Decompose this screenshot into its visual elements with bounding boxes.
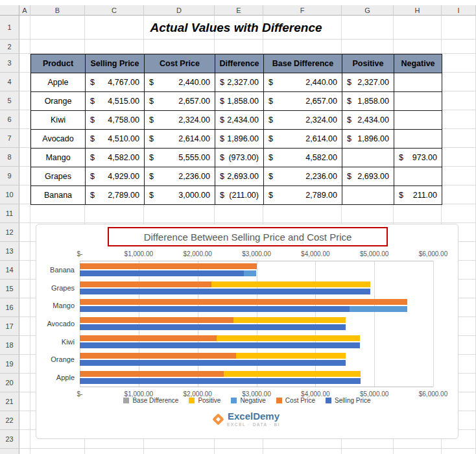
row-header-22[interactable]: 22 [0,411,19,430]
row-header-12[interactable]: 12 [0,223,19,242]
legend-label: Base Difference [132,397,178,404]
row-header-20[interactable]: 20 [0,374,19,392]
row-header-23[interactable]: 23 [0,430,19,449]
table-header-difference[interactable]: Difference [215,54,264,73]
row-header-16[interactable]: 16 [0,298,19,317]
cell[interactable]: $4,582.00 [264,149,342,167]
row-header-17[interactable]: 17 [0,317,19,336]
row-header-21[interactable]: 21 [0,392,19,411]
table-header-negative[interactable]: Negative [394,54,442,73]
legend-item-negative[interactable]: Negative [231,397,265,404]
row-header-10[interactable]: 10 [0,185,19,204]
cell[interactable]: $2,614.00 [145,130,215,149]
table-header-cost-price[interactable]: Cost Price [145,54,215,73]
row-header-4[interactable]: 4 [0,73,19,91]
row-header-3[interactable]: 3 [0,54,19,73]
table-header-positive[interactable]: Positive [342,54,394,73]
cell[interactable]: $2,693.00 [342,167,394,186]
cell[interactable]: Apple [31,73,86,92]
cell[interactable]: $1,896.00 [342,130,394,149]
chart-title[interactable]: Difference Between Selling Price and Cos… [144,232,352,243]
cell[interactable]: $973.00 [394,149,442,167]
cell[interactable]: Banana [31,186,86,205]
row-header-1[interactable]: 1 [0,16,19,40]
column-header-I[interactable]: I [442,5,476,16]
cell[interactable]: $(973.00) [215,149,264,167]
cell[interactable]: $2,324.00 [264,111,342,130]
select-all-corner[interactable] [0,5,19,16]
cell[interactable]: $1,896.00 [215,130,264,149]
cell[interactable] [394,111,442,130]
cell[interactable] [342,149,394,167]
row-header-18[interactable]: 18 [0,336,19,355]
cell[interactable]: $2,657.00 [264,92,342,111]
cell[interactable]: Avocado [31,130,86,149]
row-header-5[interactable]: 5 [0,91,19,110]
chart-gridline [139,261,139,387]
cell[interactable]: $4,758.00 [86,111,145,130]
cell[interactable]: $1,858.00 [215,92,264,111]
cell[interactable]: $2,236.00 [145,167,215,186]
cell[interactable]: $2,789.00 [86,186,145,205]
cell[interactable]: $2,236.00 [264,167,342,186]
cell[interactable]: $4,929.00 [86,167,145,186]
cell[interactable]: $2,657.00 [145,92,215,111]
cell[interactable]: $2,324.00 [145,111,215,130]
row-header-8[interactable]: 8 [0,148,19,167]
cell[interactable]: $2,434.00 [215,111,264,130]
chart-legend: Base DifferencePositiveNegativeCost Pric… [36,397,458,404]
cell[interactable]: $4,515.00 [86,92,145,111]
cell[interactable]: Grapes [31,167,86,186]
cell[interactable]: $2,434.00 [342,111,394,130]
cell[interactable] [394,92,442,111]
cell[interactable]: $2,614.00 [264,130,342,149]
cell[interactable]: $2,789.00 [264,186,342,205]
chart-title-selection-border[interactable]: Difference Between Selling Price and Cos… [108,227,388,246]
cell[interactable]: Mango [31,149,86,167]
cell[interactable]: $211.00 [394,186,442,205]
cell[interactable]: $1,858.00 [342,92,394,111]
row-header-14[interactable]: 14 [0,261,19,280]
row-header-6[interactable]: 6 [0,110,19,129]
sheet-title[interactable]: Actual Values with Difference [30,14,442,39]
cell[interactable]: $2,440.00 [264,73,342,92]
cell[interactable]: Kiwi [31,111,86,130]
cell[interactable]: Orange [31,92,86,111]
category-label: Mango [53,302,75,309]
chart-gridline [257,261,257,387]
row-header-15[interactable]: 15 [0,280,19,298]
axis-tick-label-top: $4,000.00 [301,250,330,257]
table-header-product[interactable]: Product [31,54,86,73]
cell[interactable] [394,130,442,149]
cell[interactable]: $(211.00) [215,186,264,205]
cell[interactable]: $4,582.00 [86,149,145,167]
cell[interactable] [342,186,394,205]
row-header-11[interactable]: 11 [0,204,19,223]
gridline [19,39,476,40]
cell[interactable]: $5,555.00 [145,149,215,167]
cell[interactable] [394,167,442,186]
cell[interactable]: $4,767.00 [86,73,145,92]
column-header-A[interactable]: A [19,5,30,16]
legend-item-cost-price[interactable]: Cost Price [276,397,315,404]
cell[interactable] [394,73,442,92]
row-header-24[interactable]: 24 [0,449,19,454]
row-header-19[interactable]: 19 [0,355,19,374]
chart[interactable]: Difference Between Selling Price and Cos… [36,224,458,439]
legend-item-positive[interactable]: Positive [189,397,220,404]
row-header-7[interactable]: 7 [0,129,19,148]
cell[interactable]: $2,327.00 [342,73,394,92]
table-header-base-difference[interactable]: Base Difference [264,54,342,73]
axis-tick-label-top: $5,000.00 [360,250,389,257]
cell[interactable]: $3,000.00 [145,186,215,205]
cell[interactable]: $4,510.00 [86,130,145,149]
table-header-selling-price[interactable]: Selling Price [86,54,145,73]
row-header-9[interactable]: 9 [0,167,19,185]
legend-item-selling-price[interactable]: Selling Price [326,397,371,404]
row-header-2[interactable]: 2 [0,40,19,54]
row-header-13[interactable]: 13 [0,242,19,261]
legend-item-base-difference[interactable]: Base Difference [123,397,178,404]
cell[interactable]: $2,440.00 [145,73,215,92]
cell[interactable]: $2,327.00 [215,73,264,92]
cell[interactable]: $2,693.00 [215,167,264,186]
